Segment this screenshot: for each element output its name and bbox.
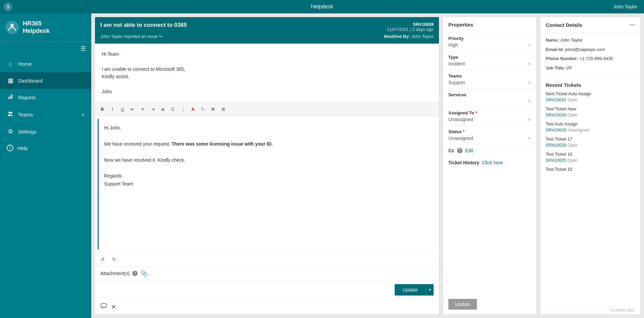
topbar: $ Helpdesk John Taylor [0, 0, 644, 13]
ticket-meta: SR#10008 11/07/2021 | 3 days ago [387, 22, 434, 32]
services-label: Services [448, 92, 531, 97]
recent-ticket-4: Test Ticket 17 SR#10026 Open [546, 137, 635, 148]
toolbar-justify[interactable]: ≣ [158, 104, 167, 114]
rt4-sr[interactable]: SR#10026 [546, 143, 566, 148]
contact-phone-row: Phone Number: +1-725-999-4435 [546, 55, 635, 62]
ticket-date: 11/07/2021 | 3 days ago [387, 27, 434, 32]
sidebar-label-help: Help [17, 145, 85, 151]
rt3-sr[interactable]: SR#10029 [546, 127, 566, 132]
svg-rect-8 [101, 304, 106, 307]
recent-tickets-title: Recent Tickets [546, 82, 635, 88]
ticket-reporter: John Taylor reported an issue ↪ [100, 34, 162, 39]
attachments-row: Attachment(s) ? 📎 [95, 266, 439, 280]
recent-ticket-6: Test Ticket 15 [546, 167, 635, 172]
services-select[interactable]: ∨ [448, 99, 531, 103]
toolbar-font-color[interactable]: A [188, 104, 198, 114]
contact-email-row: Email Id: johnt@zapexpo.com [546, 46, 635, 53]
contact-email-label: Email Id: [546, 47, 564, 52]
cc-edit-link[interactable]: Edit [465, 148, 473, 153]
type-select[interactable]: Incident ∨ [448, 61, 531, 66]
status-select[interactable]: Unassigned ∨ [448, 136, 531, 141]
undo-button[interactable]: ↺ [98, 255, 108, 264]
sidebar-label-reports: Reports [18, 95, 85, 100]
toolbar-heading[interactable]: H [208, 104, 218, 114]
properties-panel: Properties Priority High ∨ Type Incident… [443, 17, 537, 315]
toolbar-bold[interactable]: B [98, 104, 107, 114]
svg-rect-3 [8, 97, 9, 99]
assigned-to-value: Unassigned [448, 117, 473, 122]
toolbar-align-center[interactable]: ≡ [138, 104, 147, 114]
toolbar-text-style[interactable]: T↓ [198, 104, 208, 114]
svg-point-2 [10, 24, 14, 27]
assigned-to-chevron-icon: ∨ [528, 117, 531, 122]
sidebar-item-help[interactable]: ? Help [0, 140, 91, 156]
props-update-row: Update [443, 294, 536, 314]
contact-info: Name: John Taylor Email Id: johnt@zapexp… [540, 33, 640, 78]
toolbar-italic[interactable]: I [108, 104, 117, 114]
brand-icon [5, 21, 19, 34]
reply-editor[interactable]: Hi John, We have received your request. … [98, 119, 436, 250]
sidebar-item-teams[interactable]: Teams ∨ [0, 106, 91, 123]
toolbar-align-left[interactable]: ⇤ [128, 104, 137, 114]
contact-close-button[interactable]: — [630, 22, 635, 28]
rt1-sr[interactable]: SR#10031 [546, 97, 566, 102]
attachment-clip-icon[interactable]: 📎 [140, 270, 148, 277]
chat-icon[interactable] [100, 303, 107, 311]
recent-ticket-3: Test Auto Assign SR#10029 Unassigned [546, 121, 635, 132]
contact-job-label: Job Title: [546, 65, 565, 70]
ticket-body-line-4: John [102, 88, 432, 95]
svg-point-6 [8, 112, 10, 114]
toolbar-underline[interactable]: U [118, 104, 127, 114]
rt4-name: Test Ticket 17 [546, 137, 635, 142]
reports-icon [7, 94, 14, 101]
priority-select[interactable]: High ∨ [448, 42, 531, 48]
contact-name-label: Name: [546, 38, 559, 43]
update-button[interactable]: Update [395, 284, 426, 296]
copyright: © HR365 2021 [540, 306, 640, 314]
sidebar-label-teams: Teams [18, 112, 78, 117]
contact-name-row: Name: John Taylor [546, 37, 635, 44]
sidebar-item-home[interactable]: ⌂ Home [0, 56, 91, 72]
props-update-button[interactable]: Update [448, 299, 477, 310]
redo-button[interactable]: ↻ [109, 255, 119, 264]
rt5-name: Test Ticket 16 [546, 152, 635, 157]
ticket-history-link[interactable]: Click here [482, 160, 503, 165]
priority-chevron-icon: ∨ [528, 43, 531, 47]
rt1-name: Next Ticket Auto Assign [546, 91, 635, 96]
ticket-body: Hi Team I am unable to connect to Micros… [95, 44, 439, 102]
contact-job-value: VP [566, 65, 572, 70]
help-icon: ? [7, 145, 13, 151]
update-dropdown-button[interactable]: ▾ [426, 284, 434, 296]
cc-row: Cc ? Edit [443, 145, 536, 157]
svg-rect-4 [10, 96, 11, 99]
rt2-sr[interactable]: SR#10030 [546, 112, 566, 117]
contact-phone-value: +1-725-999-4435 [579, 56, 613, 61]
sidebar-brand: HR365Helpdesk [0, 13, 91, 42]
toolbar-table[interactable]: ⊞ [218, 104, 228, 114]
teams-label: Teams [448, 73, 531, 78]
hamburger-menu[interactable]: ☰ [0, 42, 91, 56]
teams-select[interactable]: Support ∨ [448, 80, 531, 85]
rt3-status: Unassigned [567, 128, 589, 132]
settings-icon: ⚙ [7, 128, 14, 135]
prop-services: Services ∨ [443, 89, 536, 107]
dashboard-icon: ▦ [7, 77, 14, 84]
close-icon[interactable]: ✕ [111, 303, 116, 311]
assigned-to-select[interactable]: Unassigned ∨ [448, 117, 531, 122]
cc-help-icon[interactable]: ? [457, 148, 462, 153]
toolbar-list-ordered[interactable]: ☷ [168, 104, 178, 114]
sidebar-item-dashboard[interactable]: ▦ Dashboard [0, 72, 91, 89]
formatting-toolbar: B I U ⇤ ≡ ⇥ ≣ ☷ ⋮ A T↓ H ⊞ [95, 102, 439, 116]
status-value: Unassigned [448, 136, 473, 141]
assigned-to-required: * [476, 110, 477, 115]
teams-icon [7, 111, 14, 118]
toolbar-align-right[interactable]: ⇥ [148, 104, 157, 114]
rt5-sr[interactable]: SR#10025 [546, 158, 566, 163]
attachments-help-icon[interactable]: ? [132, 271, 138, 276]
contact-header: Contact Details — [540, 17, 640, 33]
contact-header-title: Contact Details [546, 22, 582, 28]
sidebar-item-settings[interactable]: ⚙ Settings [0, 123, 91, 140]
sidebar-item-reports[interactable]: Reports [0, 89, 91, 106]
sidebar: HR365Helpdesk ☰ ⌂ Home ▦ Dashboard [0, 13, 91, 318]
toolbar-list-unordered[interactable]: ⋮ [178, 104, 188, 114]
